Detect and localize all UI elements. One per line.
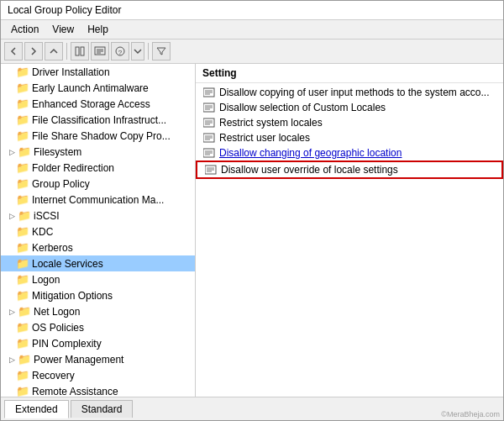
expand-arrow-icon: ▷ [6,354,18,366]
tree-item-iscsi[interactable]: ▷ 📁 iSCSI [1,208,195,224]
tree-item-locale-services[interactable]: 📁 Locale Services [1,255,195,271]
filter-btn[interactable] [152,42,171,61]
toolbar-separator-2 [148,43,149,60]
setting-label: Disallow selection of Custom Locales [219,102,386,113]
tree-item-recovery[interactable]: 📁 Recovery [1,367,195,383]
menu-help[interactable]: Help [81,22,115,37]
folder-icon: 📁 [16,113,29,126]
folder-icon: 📁 [16,257,29,270]
setting-label: Restrict system locales [219,117,323,129]
setting-policy-icon [204,164,218,176]
setting-item-disallow-selection[interactable]: Disallow selection of Custom Locales [196,100,503,115]
help-icon-btn[interactable]: ? [111,42,129,61]
tree-item-kdc[interactable]: 📁 KDC [1,224,195,239]
up-button[interactable] [45,42,63,61]
tree-label: Recovery [32,370,75,382]
setting-label: Restrict user locales [219,132,310,144]
folder-icon: 📁 [16,161,29,174]
tree-label: Mitigation Options [32,290,113,302]
title-bar: Local Group Policy Editor [1,1,503,20]
tree-item-group-policy[interactable]: 📁 Group Policy [1,176,195,192]
setting-item-disallow-geographic[interactable]: Disallow changing of geographic location [196,145,503,161]
setting-policy-icon [202,147,216,159]
tree-item-mitigation[interactable]: 📁 Mitigation Options [1,287,195,303]
expand-arrow-icon: ▷ [6,210,18,222]
folder-icon: 📁 [16,225,29,238]
forward-button[interactable] [24,42,43,61]
tree-item-net-logon[interactable]: ▷ 📁 Net Logon [1,303,195,319]
folder-icon: 📁 [18,305,31,318]
tree-label: Net Logon [34,306,80,318]
tree-label: iSCSI [34,210,60,222]
tab-standard[interactable]: Standard [71,400,134,418]
right-pane-header: Setting [196,64,503,83]
tree-item-file-share[interactable]: 📁 File Share Shadow Copy Pro... [1,128,195,144]
tree-item-logon[interactable]: 📁 Logon [1,271,195,287]
back-button[interactable] [4,42,23,61]
toolbar-separator-1 [66,43,67,60]
tree-item-file-classification[interactable]: 📁 File Classification Infrastruct... [1,112,195,128]
menu-action[interactable]: Action [4,22,45,37]
tree-item-enhanced-storage[interactable]: 📁 Enhanced Storage Access [1,96,195,112]
right-pane: Setting Disallow copying of user input m… [196,64,503,397]
tree-label: Folder Redirection [32,162,114,174]
watermark: ©MeraBheja.com [441,410,500,418]
folder-icon: 📁 [18,353,31,366]
tree-label: File Classification Infrastruct... [32,114,166,126]
properties-btn[interactable] [91,42,109,61]
tree-label: Internet Communication Ma... [32,194,164,206]
tree-item-pin-complexity[interactable]: 📁 PIN Complexity [1,335,195,351]
tree-label: File Share Shadow Copy Pro... [32,130,171,142]
menu-view[interactable]: View [45,22,81,37]
tree-label: Power Management [34,354,123,366]
right-pane-content: Disallow copying of user input methods t… [196,83,503,397]
tree-item-early-launch[interactable]: 📁 Early Launch Antimalware [1,80,195,96]
setting-item-restrict-user[interactable]: Restrict user locales [196,130,503,145]
folder-icon: 📁 [16,66,29,78]
tree-label: Early Launch Antimalware [32,82,149,94]
tree-label: Kerberos [32,242,73,254]
tree-item-internet-comm[interactable]: 📁 Internet Communication Ma... [1,192,195,208]
tree-item-folder-redirection[interactable]: 📁 Folder Redirection [1,160,195,176]
setting-item-restrict-system[interactable]: Restrict system locales [196,115,503,130]
folder-icon: 📁 [16,241,29,254]
main-content: 📁 Driver Installation 📁 Early Launch Ant… [1,64,503,397]
svg-text:?: ? [118,49,123,56]
tab-extended[interactable]: Extended [4,400,69,418]
expand-arrow-icon: ▷ [6,306,18,318]
main-window: Local Group Policy Editor Action View He… [0,0,504,421]
folder-icon: 📁 [16,385,29,397]
setting-policy-icon [202,102,216,113]
tree-label: PIN Complexity [32,338,102,350]
tree-label: Locale Services [32,258,103,270]
tree-label: Logon [32,274,60,286]
tree-item-filesystem[interactable]: ▷ 📁 Filesystem [1,144,195,160]
setting-item-disallow-copying[interactable]: Disallow copying of user input methods t… [196,85,503,100]
svg-rect-1 [81,47,84,55]
option-btn[interactable] [131,42,144,61]
tree-item-remote-assistance[interactable]: 📁 Remote Assistance [1,383,195,397]
folder-icon: 📁 [16,289,29,302]
tree-label: Filesystem [34,146,81,158]
tree-label: KDC [32,226,53,238]
tree-item-power-management[interactable]: ▷ 📁 Power Management [1,351,195,367]
folder-icon: 📁 [16,337,29,350]
tree-label: Driver Installation [32,66,110,78]
tree-item-os-policies[interactable]: 📁 OS Policies [1,319,195,335]
tree-label: Enhanced Storage Access [32,98,150,110]
svg-rect-0 [76,47,79,55]
setting-label: Disallow user override of locale setting… [221,164,398,176]
folder-icon: 📁 [16,369,29,382]
left-pane: 📁 Driver Installation 📁 Early Launch Ant… [1,64,196,397]
tree-item-kerberos[interactable]: 📁 Kerberos [1,239,195,255]
bottom-bar: Extended Standard ©MeraBheja.com [1,397,503,420]
folder-icon: 📁 [16,177,29,190]
folder-icon: 📁 [16,97,29,110]
setting-policy-icon [202,87,216,98]
tree-item-driver-installation[interactable]: 📁 Driver Installation [1,64,195,80]
folder-icon: 📁 [16,321,29,334]
show-hide-btn[interactable] [71,42,89,61]
setting-label: Disallow copying of user input methods t… [219,87,490,98]
expand-arrow-icon: ▷ [6,146,18,158]
setting-item-disallow-override[interactable]: Disallow user override of locale setting… [196,161,503,179]
